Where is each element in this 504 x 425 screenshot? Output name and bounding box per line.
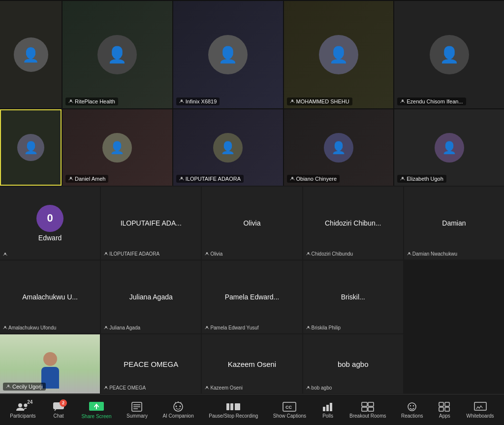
- polls-label: Polls: [322, 413, 333, 419]
- svg-rect-43: [368, 407, 374, 411]
- name-cell-juliana: Juliana Agada Juliana Agada: [101, 261, 201, 333]
- name-row-3: 0 Edward ILOPUTAIFE ADA... ILOPUTAIFE AD…: [0, 187, 504, 260]
- chat-badge: 2: [60, 399, 67, 407]
- video-cell-active-speaker: 👤: [0, 109, 62, 186]
- svg-rect-48: [445, 402, 449, 406]
- chat-icon: 2: [52, 401, 65, 412]
- name-cell-olivia: Olivia Olivia: [202, 187, 302, 260]
- svg-point-29: [174, 402, 183, 411]
- share-screen-icon: [89, 401, 104, 413]
- participant-label-iloputaife: ILOPUTAIFE ADAORA: [176, 175, 244, 183]
- apps-icon: [438, 401, 451, 412]
- video-cell-daniel: 👤 Daniel Ameh: [63, 109, 172, 186]
- svg-rect-39: [330, 403, 332, 411]
- share-screen-label: Share Screen: [81, 414, 111, 419]
- video-cell-mohammed: 👤 MOHAMMED SHEHU: [284, 1, 394, 108]
- display-name-bob: bob agbo: [334, 360, 373, 368]
- display-name-chidoziri: Chidoziri Chibun...: [321, 219, 385, 227]
- pause-recording-button[interactable]: Pause/Stop Recording: [207, 399, 260, 421]
- display-name-pamela: Pamela Edward...: [221, 293, 284, 301]
- chat-label: Chat: [53, 413, 63, 419]
- polls-button[interactable]: Polls: [319, 399, 337, 421]
- svg-point-45: [410, 405, 411, 406]
- participant-label-obiano: Obiano Chinyere: [287, 175, 340, 183]
- breakout-icon: [361, 401, 375, 412]
- participant-label-daniel: Daniel Ameh: [65, 175, 108, 183]
- svg-rect-50: [445, 407, 449, 411]
- whiteboards-button[interactable]: Whiteboards: [464, 399, 496, 421]
- name-cell-amalachukwu: Amalachukwu U... Amalachukwu Ufondu: [0, 261, 100, 333]
- video-cell-riteplace: 👤 RitePlace Health: [63, 1, 172, 108]
- chat-button[interactable]: 2 Chat: [49, 399, 68, 421]
- svg-rect-41: [368, 402, 374, 406]
- summary-button[interactable]: Summary: [125, 399, 150, 421]
- video-cell-iloputaife: 👤 ILOPUTAIFE ADAORA: [173, 109, 283, 186]
- name-cell-bob: bob agbo bob agbo: [303, 334, 403, 393]
- svg-point-46: [413, 405, 414, 406]
- svg-rect-40: [362, 402, 367, 406]
- name-cell-damian: Damian Damian Nwachukwu: [404, 187, 504, 260]
- ai-companion-label: AI Companion: [162, 413, 193, 419]
- name-cell-kazeem: Kazeem Oseni Kazeem Oseni: [202, 334, 302, 393]
- video-row-2: 👤 👤 Daniel Ameh 👤 ILO: [0, 109, 504, 186]
- breakout-button[interactable]: Breakout Rooms: [347, 399, 388, 421]
- participant-label-ezendu: Ezendu Chisom Ifean...: [397, 98, 466, 105]
- whiteboards-label: Whiteboards: [466, 413, 494, 419]
- pause-recording-label: Pause/Stop Recording: [209, 413, 258, 419]
- empty-cell-2: [404, 334, 504, 393]
- captions-icon: CC: [282, 401, 297, 412]
- name-cell-briskila: Briskil... Briskila Philip: [303, 261, 403, 333]
- apps-label: Apps: [439, 413, 450, 419]
- svg-rect-33: [230, 403, 233, 410]
- display-name-peace: PEACE OMEGA: [120, 360, 182, 368]
- participants-button[interactable]: 24 Participants: [8, 399, 37, 421]
- svg-point-31: [180, 405, 181, 407]
- name-cell-edward: 0 Edward: [0, 187, 100, 260]
- video-cell-infinix: 👤 Infinix X6819: [173, 1, 283, 108]
- reactions-icon: [406, 401, 418, 412]
- svg-rect-47: [439, 402, 443, 406]
- name-row-5: Cecily Ugorji PEACE OMEGA PEACE OMEGA Ka…: [0, 334, 504, 393]
- captions-button[interactable]: CC Show Captions: [271, 399, 308, 421]
- participant-label-mohammed: MOHAMMED SHEHU: [287, 98, 352, 105]
- video-row-1: 👤 👤 RitePlace Health 👤: [0, 1, 504, 108]
- svg-rect-32: [226, 403, 229, 410]
- reactions-button[interactable]: Reactions: [399, 399, 425, 421]
- video-cell-edward-top: 👤: [0, 1, 62, 108]
- svg-point-21: [18, 403, 22, 407]
- summary-label: Summary: [126, 413, 148, 419]
- share-screen-button[interactable]: Share Screen: [79, 399, 113, 421]
- polls-icon: [322, 401, 334, 412]
- video-cell-ezendu: 👤 Ezendu Chisom Ifean...: [394, 1, 504, 108]
- svg-rect-49: [439, 407, 443, 411]
- name-cell-peace: PEACE OMEGA PEACE OMEGA: [101, 334, 201, 393]
- summary-icon: [130, 401, 143, 412]
- participants-label: Participants: [10, 413, 35, 419]
- display-name-damian: Damian: [438, 219, 470, 227]
- display-name-juliana: Juliana Agada: [126, 293, 177, 301]
- pause-recording-icon: [225, 401, 241, 412]
- participants-count-badge: 24: [27, 399, 32, 405]
- svg-point-30: [176, 405, 177, 407]
- name-cell-chidoziri: Chidoziri Chibun... Chidoziri Chibundu: [303, 187, 403, 260]
- toolbar: 24 Participants 2 Chat Shar: [0, 394, 504, 425]
- captions-label: Show Captions: [273, 413, 306, 419]
- display-name-edward: Edward: [36, 234, 63, 242]
- display-name-olivia: Olivia: [239, 219, 264, 227]
- main-container: 👤 👤 RitePlace Health 👤: [0, 0, 504, 425]
- svg-rect-37: [323, 407, 325, 411]
- svg-rect-34: [235, 403, 240, 410]
- breakout-label: Breakout Rooms: [349, 413, 386, 419]
- ai-companion-icon: [171, 401, 185, 412]
- ai-companion-button[interactable]: AI Companion: [160, 399, 195, 421]
- video-cell-cecily: Cecily Ugorji: [0, 334, 100, 393]
- apps-button[interactable]: Apps: [436, 399, 453, 421]
- participants-icon: 24: [16, 401, 30, 412]
- svg-rect-38: [326, 405, 329, 411]
- participant-label-riteplace: RitePlace Health: [65, 98, 118, 105]
- empty-cell-1: [404, 261, 504, 333]
- participant-label-elizabeth: Elizabeth Ugoh: [397, 175, 446, 183]
- reactions-label: Reactions: [401, 413, 423, 419]
- display-name-iloputaife: ILOPUTAIFE ADA...: [117, 219, 186, 227]
- display-name-briskila: Briskil...: [337, 293, 369, 301]
